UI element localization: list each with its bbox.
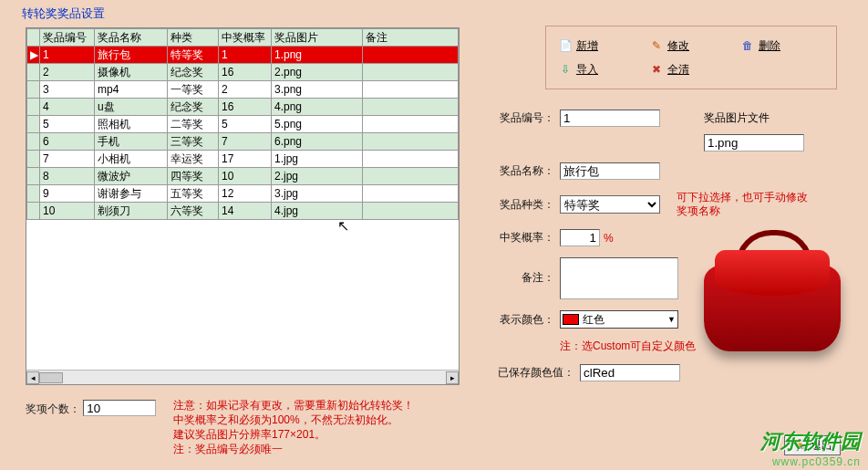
cell[interactable]: 幸运奖 <box>168 151 219 168</box>
page-title: 转轮奖奖品设置 <box>0 0 868 27</box>
cell[interactable]: u盘 <box>95 99 168 116</box>
cell[interactable]: 14 <box>219 203 272 220</box>
cell[interactable] <box>363 168 459 185</box>
table-row[interactable]: 7小相机幸运奖171.jpg <box>27 151 459 168</box>
table-row[interactable]: 10剃须刀六等奖144.jpg <box>27 203 459 220</box>
cell[interactable]: 9 <box>40 185 95 203</box>
rate-input[interactable] <box>560 229 600 246</box>
cell[interactable]: 2 <box>40 64 95 81</box>
cell[interactable] <box>363 185 459 203</box>
cell[interactable]: 2 <box>219 81 272 99</box>
table-row[interactable]: 9谢谢参与五等奖123.jpg <box>27 185 459 203</box>
col-header[interactable]: 奖品编号 <box>40 29 95 47</box>
cell[interactable]: 10 <box>40 203 95 220</box>
cell[interactable]: 2.png <box>272 64 363 81</box>
cell[interactable]: 8 <box>40 168 95 185</box>
cell[interactable]: 一等奖 <box>168 81 219 99</box>
cell[interactable]: 4.jpg <box>272 203 363 220</box>
cell[interactable]: 二等奖 <box>168 116 219 133</box>
id-input[interactable] <box>560 110 660 127</box>
cell[interactable]: 7 <box>40 151 95 168</box>
cell[interactable]: 特等奖 <box>168 47 219 64</box>
cell[interactable]: 3.png <box>272 81 363 99</box>
cell[interactable] <box>363 203 459 220</box>
edit-button[interactable]: ✎修改 <box>637 34 728 57</box>
table-row[interactable]: 5照相机二等奖55.png <box>27 116 459 133</box>
cell[interactable]: 小相机 <box>95 151 168 168</box>
scroll-right-arrow[interactable]: ▸ <box>446 371 459 384</box>
cell[interactable] <box>363 47 459 64</box>
cell[interactable]: 7 <box>219 133 272 151</box>
cell[interactable]: 4 <box>40 99 95 116</box>
prize-table[interactable]: 奖品编号奖品名称种类中奖概率奖品图片备注 ▶1旅行包特等奖11.png2摄像机纪… <box>26 28 459 220</box>
kind-select[interactable]: 特等奖 <box>560 195 660 214</box>
cell[interactable]: 4.png <box>272 99 363 116</box>
cell[interactable]: 纪念奖 <box>168 99 219 116</box>
cell[interactable]: 5 <box>40 116 95 133</box>
cell[interactable]: 1 <box>40 47 95 64</box>
cell[interactable]: mp4 <box>95 81 168 99</box>
cell[interactable]: 5 <box>219 116 272 133</box>
cell[interactable]: 3.jpg <box>272 185 363 203</box>
cell[interactable] <box>363 151 459 168</box>
cell[interactable]: 6 <box>40 133 95 151</box>
cell[interactable]: 12 <box>219 185 272 203</box>
cell[interactable]: 四等奖 <box>168 168 219 185</box>
table-row[interactable]: ▶1旅行包特等奖11.png <box>27 47 459 64</box>
cell[interactable]: 5.png <box>272 116 363 133</box>
cell[interactable]: 手机 <box>95 133 168 151</box>
cell[interactable]: 17 <box>219 151 272 168</box>
table-row[interactable]: 2摄像机纪念奖162.png <box>27 64 459 81</box>
cell[interactable]: 剃须刀 <box>95 203 168 220</box>
scroll-left-arrow[interactable]: ◂ <box>26 371 39 384</box>
cell[interactable] <box>363 99 459 116</box>
cell[interactable]: 摄像机 <box>95 64 168 81</box>
import-button[interactable]: ⇩导入 <box>546 57 637 81</box>
cell[interactable]: 五等奖 <box>168 185 219 203</box>
cell[interactable]: 照相机 <box>95 116 168 133</box>
clear-button[interactable]: ✖全清 <box>637 57 728 81</box>
col-header[interactable]: 奖品名称 <box>95 29 168 47</box>
col-header[interactable]: 种类 <box>168 29 219 47</box>
table-row[interactable]: 4u盘纪念奖164.png <box>27 99 459 116</box>
cell[interactable]: 10 <box>219 168 272 185</box>
table-row[interactable]: 6手机三等奖76.png <box>27 133 459 151</box>
cell[interactable]: 六等奖 <box>168 203 219 220</box>
scroll-thumb[interactable] <box>39 372 63 383</box>
cell[interactable]: 6.png <box>272 133 363 151</box>
imgfile-input[interactable] <box>704 134 804 151</box>
name-input[interactable] <box>560 162 660 180</box>
table-row[interactable]: 8微波炉四等奖102.jpg <box>27 168 459 185</box>
exit-button[interactable]: 🏃 退出 <box>784 435 841 455</box>
col-header[interactable]: 奖品图片 <box>272 29 363 47</box>
count-input[interactable] <box>83 400 156 416</box>
col-header[interactable]: 备注 <box>363 29 459 47</box>
cell[interactable]: 1 <box>219 47 272 64</box>
h-scrollbar[interactable]: ◂ ▸ <box>26 370 459 384</box>
cell[interactable]: 旅行包 <box>95 47 168 64</box>
table-row[interactable]: 3mp4一等奖23.png <box>27 81 459 99</box>
cell[interactable] <box>363 64 459 81</box>
color-select[interactable]: 红色 ▼ <box>560 310 678 329</box>
imgfile-label: 奖品图片文件 <box>704 110 770 126</box>
cell[interactable]: 2.jpg <box>272 168 363 185</box>
delete-button[interactable]: 🗑删除 <box>728 34 820 57</box>
cell[interactable]: 1.jpg <box>272 151 363 168</box>
cell[interactable] <box>363 133 459 151</box>
cell[interactable]: 微波炉 <box>95 168 168 185</box>
cell[interactable] <box>363 81 459 99</box>
col-header[interactable]: 中奖概率 <box>219 29 272 47</box>
add-button[interactable]: 📄新增 <box>546 34 637 57</box>
note-input[interactable] <box>560 257 678 299</box>
cell[interactable]: 16 <box>219 64 272 81</box>
cell[interactable]: 三等奖 <box>168 133 219 151</box>
row-pointer <box>27 168 40 185</box>
cell[interactable]: 3 <box>40 81 95 99</box>
cell[interactable] <box>363 116 459 133</box>
cell[interactable]: 1.png <box>272 47 363 64</box>
cell[interactable]: 纪念奖 <box>168 64 219 81</box>
add-icon: 📄 <box>559 39 572 52</box>
cell[interactable]: 谢谢参与 <box>95 185 168 203</box>
cell[interactable]: 16 <box>219 99 272 116</box>
savedcolor-input[interactable] <box>580 364 680 381</box>
